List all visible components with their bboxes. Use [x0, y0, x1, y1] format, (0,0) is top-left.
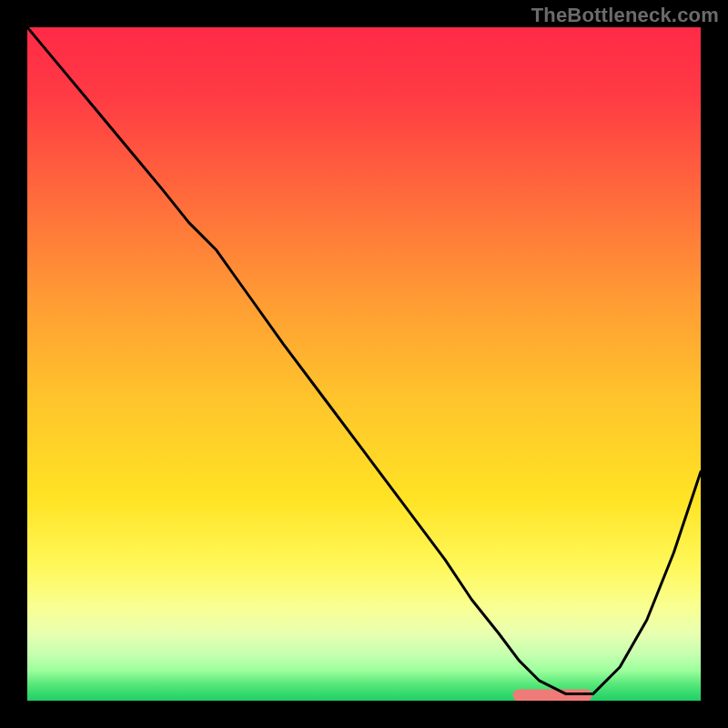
- watermark-text: TheBottleneck.com: [531, 4, 719, 27]
- chart-svg: [27, 27, 701, 701]
- chart-container: TheBottleneck.com: [0, 0, 728, 728]
- plot-area: [27, 27, 701, 701]
- gradient-background: [27, 27, 701, 701]
